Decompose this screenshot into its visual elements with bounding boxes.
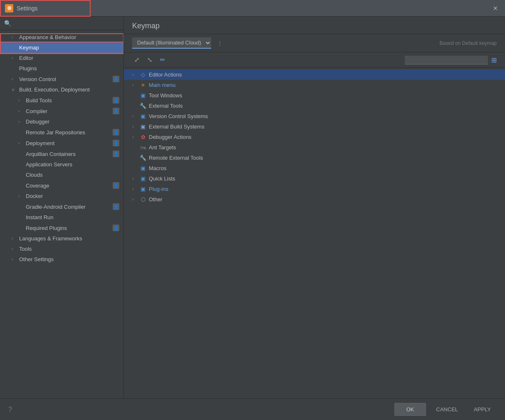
title-bar: ⚙ Settings × — [0, 0, 505, 17]
sidebar-item-build-tools[interactable]: › Build Tools 👤 — [0, 95, 123, 106]
sidebar-item-instant-run[interactable]: Instant Run — [0, 212, 123, 222]
help-icon[interactable]: ? — [8, 406, 12, 413]
tree-item-external-build-systems[interactable]: › ▣ External Build Systems — [124, 121, 505, 132]
tree-item-label: Other — [149, 196, 163, 203]
main-menu-icon: ≡ — [140, 82, 146, 88]
search-input[interactable] — [14, 20, 119, 27]
badge-icon: 👤 — [113, 140, 119, 146]
quick-lists-icon: ▣ — [140, 175, 146, 182]
keymap-menu-button[interactable]: ⋮ — [215, 38, 224, 48]
tree-item-macros[interactable]: ▣ Macros — [124, 163, 505, 173]
tree-item-plug-ins[interactable]: › ▣ Plug-ins — [124, 184, 505, 194]
plugins-icon: ▣ — [140, 186, 146, 192]
sidebar-item-keymap[interactable]: Keymap — [0, 42, 123, 53]
cancel-button[interactable]: CANCEL — [430, 403, 464, 415]
arrow-icon: › — [12, 77, 17, 82]
sidebar-item-other-settings[interactable]: › Other Settings — [0, 254, 123, 264]
other-icon: ⬡ — [140, 196, 146, 203]
badge-icon: 👤 — [113, 151, 119, 157]
close-button[interactable]: × — [490, 4, 500, 13]
sidebar-item-languages[interactable]: › Languages & Frameworks — [0, 233, 123, 244]
badge-icon: 👤 — [113, 129, 119, 136]
badge-icon: 👤 — [113, 203, 119, 210]
sidebar-item-clouds[interactable]: Clouds — [0, 170, 123, 180]
sidebar-item-coverage[interactable]: Coverage 👤 — [0, 180, 123, 191]
tree-item-quick-lists[interactable]: › ▣ Quick Lists — [124, 173, 505, 184]
tree-item-other[interactable]: › ⬡ Other — [124, 194, 505, 205]
arrow-icon: › — [18, 119, 23, 124]
sidebar-label: Languages & Frameworks — [19, 235, 82, 242]
tree-item-version-control-systems[interactable]: › ▣ Version Control Systems — [124, 111, 505, 121]
sidebar-item-arquillian[interactable]: Arquillian Containers 👤 — [0, 148, 123, 159]
tree-item-label: External Build Systems — [149, 124, 204, 130]
sidebar-label: Arquillian Containers — [26, 151, 76, 157]
expand-all-button[interactable]: ⤢ — [132, 55, 142, 65]
debugger-icon: ✿ — [140, 134, 146, 140]
keymap-tree: › ◇ Editor Actions › ≡ Main menu ▣ Tool … — [124, 68, 505, 398]
tree-item-label: External Tools — [149, 103, 182, 109]
sidebar-label: Compiler — [26, 108, 47, 114]
grid-view-button[interactable]: ⊞ — [491, 56, 497, 64]
tree-item-editor-actions[interactable]: › ◇ Editor Actions — [124, 69, 505, 80]
sidebar-label: Remote Jar Repositories — [26, 129, 85, 136]
remote-tools-icon: 🔧 — [140, 155, 146, 161]
ok-button[interactable]: OK — [394, 403, 426, 416]
sidebar-label: Version Control — [19, 76, 56, 82]
sidebar-label: Required Plugins — [26, 225, 67, 231]
tree-item-external-tools[interactable]: 🔧 External Tools — [124, 101, 505, 111]
sidebar-item-gradle-android[interactable]: Gradle-Android Compiler 👤 — [0, 201, 123, 212]
edit-button[interactable]: ✏ — [158, 55, 168, 65]
sidebar-label: Application Servers — [26, 161, 72, 168]
sidebar-item-debugger[interactable]: › Debugger — [0, 116, 123, 127]
sidebar-item-tools[interactable]: › Tools — [0, 244, 123, 254]
panel-header: Keymap — [124, 17, 505, 34]
sidebar-item-docker[interactable]: › Docker — [0, 191, 123, 201]
tree-arrow-icon: › — [132, 187, 137, 191]
arrow-icon: › — [18, 141, 23, 146]
sidebar-item-plugins[interactable]: Plugins — [0, 63, 123, 74]
app-icon: ⚙ — [5, 4, 13, 12]
sidebar-item-required-plugins[interactable]: Required Plugins 👤 — [0, 222, 123, 233]
keymap-toolbar: Default (Illuminated Cloud) ⋮ Based on D… — [124, 34, 505, 52]
apply-button[interactable]: APPLY — [468, 403, 497, 415]
sidebar-label: Coverage — [26, 183, 49, 189]
badge-icon: 👤 — [113, 108, 119, 114]
sidebar-label: Keymap — [19, 44, 39, 51]
tree-item-label: Remote External Tools — [149, 155, 203, 161]
sidebar-label: Other Settings — [19, 256, 54, 262]
tree-arrow-icon: › — [132, 83, 137, 87]
window-title: Settings — [17, 5, 38, 12]
sidebar-label: Instant Run — [26, 214, 54, 220]
sidebar-item-version-control[interactable]: › Version Control 👤 — [0, 74, 123, 84]
keymap-search-input[interactable] — [405, 56, 488, 64]
keymap-dropdown[interactable]: Default (Illuminated Cloud) — [132, 37, 211, 49]
collapse-all-button[interactable]: ⤡ — [145, 55, 155, 65]
sidebar-item-appearance[interactable]: › Appearance & Behavior — [0, 32, 123, 42]
sidebar-item-app-servers[interactable]: Application Servers — [0, 159, 123, 170]
sidebar-item-remote-jar[interactable]: Remote Jar Repositories 👤 — [0, 127, 123, 138]
sidebar-label: Tools — [19, 246, 32, 252]
settings-dialog: ⚙ Settings × 🔍 › Appearance & Behavior — [0, 0, 505, 420]
tree-item-main-menu[interactable]: › ≡ Main menu — [124, 80, 505, 90]
tree-arrow-icon: › — [132, 114, 137, 119]
sidebar-item-deployment[interactable]: › Deployment 👤 — [0, 138, 123, 148]
sidebar-label: Clouds — [26, 172, 42, 178]
content-area: 🔍 › Appearance & Behavior Keymap › — [0, 17, 505, 398]
sidebar-item-editor[interactable]: › Editor — [0, 53, 123, 63]
sidebar-item-build-exec[interactable]: ∨ Build, Execution, Deployment — [0, 84, 123, 95]
tree-arrow-icon: › — [132, 135, 137, 139]
search-icon: 🔍 — [4, 20, 11, 27]
keymap-actions-toolbar: ⤢ ⤡ ✏ ⊞ — [124, 52, 505, 68]
sidebar-item-compiler[interactable]: › Compiler 👤 — [0, 106, 123, 116]
tree-item-debugger-actions[interactable]: › ✿ Debugger Actions — [124, 132, 505, 142]
arrow-icon: › — [12, 56, 17, 60]
title-bar-left: ⚙ Settings — [5, 4, 38, 12]
tree-item-tool-windows[interactable]: ▣ Tool Windows — [124, 90, 505, 101]
tree-item-ant-targets[interactable]: 🐜 Ant Targets — [124, 142, 505, 153]
tree-item-remote-external-tools[interactable]: 🔧 Remote External Tools — [124, 153, 505, 163]
sidebar-label: Debugger — [26, 119, 49, 125]
tree-item-label: Main menu — [149, 82, 175, 88]
arrow-icon: › — [12, 35, 17, 40]
arrow-icon: › — [12, 257, 17, 262]
arrow-icon: ∨ — [12, 87, 17, 92]
